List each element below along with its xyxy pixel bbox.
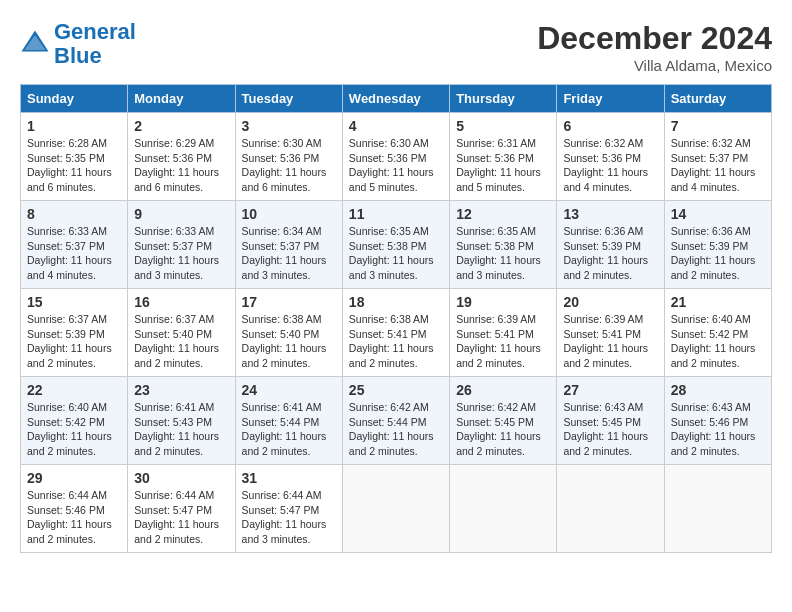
- header-day-saturday: Saturday: [664, 85, 771, 113]
- day-number: 4: [349, 118, 443, 134]
- cell-text: Sunrise: 6:33 AMSunset: 5:37 PMDaylight:…: [27, 224, 121, 283]
- cell-line: and 2 minutes.: [349, 445, 418, 457]
- cell-line: Daylight: 11 hours: [671, 430, 756, 442]
- cell-line: Sunset: 5:40 PM: [242, 328, 320, 340]
- cell-text: Sunrise: 6:36 AMSunset: 5:39 PMDaylight:…: [671, 224, 765, 283]
- calendar-cell: [664, 465, 771, 553]
- cell-line: Sunrise: 6:40 AM: [671, 313, 751, 325]
- cell-line: Daylight: 11 hours: [134, 166, 219, 178]
- calendar-cell: 12Sunrise: 6:35 AMSunset: 5:38 PMDayligh…: [450, 201, 557, 289]
- cell-line: Sunset: 5:44 PM: [242, 416, 320, 428]
- cell-line: and 2 minutes.: [27, 445, 96, 457]
- cell-line: Sunset: 5:36 PM: [456, 152, 534, 164]
- cell-line: Daylight: 11 hours: [27, 254, 112, 266]
- calendar-cell: 22Sunrise: 6:40 AMSunset: 5:42 PMDayligh…: [21, 377, 128, 465]
- cell-line: Sunrise: 6:42 AM: [456, 401, 536, 413]
- cell-line: and 2 minutes.: [349, 357, 418, 369]
- calendar-week-row: 15Sunrise: 6:37 AMSunset: 5:39 PMDayligh…: [21, 289, 772, 377]
- cell-line: Sunrise: 6:37 AM: [27, 313, 107, 325]
- cell-line: Sunset: 5:42 PM: [671, 328, 749, 340]
- cell-text: Sunrise: 6:44 AMSunset: 5:47 PMDaylight:…: [242, 488, 336, 547]
- cell-line: Sunset: 5:36 PM: [242, 152, 320, 164]
- cell-line: Daylight: 11 hours: [242, 166, 327, 178]
- calendar-cell: 9Sunrise: 6:33 AMSunset: 5:37 PMDaylight…: [128, 201, 235, 289]
- cell-line: Daylight: 11 hours: [563, 342, 648, 354]
- cell-line: Daylight: 11 hours: [671, 342, 756, 354]
- cell-line: Daylight: 11 hours: [134, 430, 219, 442]
- cell-line: Daylight: 11 hours: [134, 518, 219, 530]
- logo-line2: Blue: [54, 43, 102, 68]
- cell-line: Sunrise: 6:38 AM: [349, 313, 429, 325]
- cell-line: and 3 minutes.: [134, 269, 203, 281]
- cell-line: Sunrise: 6:30 AM: [242, 137, 322, 149]
- logo: General Blue: [20, 20, 136, 68]
- calendar-week-row: 29Sunrise: 6:44 AMSunset: 5:46 PMDayligh…: [21, 465, 772, 553]
- cell-text: Sunrise: 6:42 AMSunset: 5:45 PMDaylight:…: [456, 400, 550, 459]
- day-number: 20: [563, 294, 657, 310]
- day-number: 18: [349, 294, 443, 310]
- header-day-tuesday: Tuesday: [235, 85, 342, 113]
- calendar-cell: 13Sunrise: 6:36 AMSunset: 5:39 PMDayligh…: [557, 201, 664, 289]
- cell-line: and 4 minutes.: [671, 181, 740, 193]
- calendar-cell: 6Sunrise: 6:32 AMSunset: 5:36 PMDaylight…: [557, 113, 664, 201]
- cell-line: Daylight: 11 hours: [456, 342, 541, 354]
- logo-line1: General: [54, 19, 136, 44]
- calendar-cell: 1Sunrise: 6:28 AMSunset: 5:35 PMDaylight…: [21, 113, 128, 201]
- day-number: 17: [242, 294, 336, 310]
- cell-line: and 2 minutes.: [563, 445, 632, 457]
- cell-line: Sunset: 5:38 PM: [456, 240, 534, 252]
- calendar-cell: 5Sunrise: 6:31 AMSunset: 5:36 PMDaylight…: [450, 113, 557, 201]
- cell-line: Sunset: 5:45 PM: [563, 416, 641, 428]
- cell-line: Sunrise: 6:31 AM: [456, 137, 536, 149]
- cell-line: Sunrise: 6:44 AM: [27, 489, 107, 501]
- cell-line: Sunset: 5:39 PM: [671, 240, 749, 252]
- cell-text: Sunrise: 6:38 AMSunset: 5:40 PMDaylight:…: [242, 312, 336, 371]
- cell-line: and 2 minutes.: [134, 533, 203, 545]
- cell-text: Sunrise: 6:30 AMSunset: 5:36 PMDaylight:…: [349, 136, 443, 195]
- cell-line: and 3 minutes.: [242, 269, 311, 281]
- cell-line: and 2 minutes.: [563, 269, 632, 281]
- cell-text: Sunrise: 6:30 AMSunset: 5:36 PMDaylight:…: [242, 136, 336, 195]
- cell-line: Sunset: 5:47 PM: [242, 504, 320, 516]
- cell-line: Daylight: 11 hours: [27, 518, 112, 530]
- calendar-cell: 30Sunrise: 6:44 AMSunset: 5:47 PMDayligh…: [128, 465, 235, 553]
- cell-line: and 3 minutes.: [456, 269, 525, 281]
- day-number: 19: [456, 294, 550, 310]
- cell-line: and 6 minutes.: [27, 181, 96, 193]
- calendar-header-row: SundayMondayTuesdayWednesdayThursdayFrid…: [21, 85, 772, 113]
- cell-line: Sunrise: 6:29 AM: [134, 137, 214, 149]
- cell-line: Daylight: 11 hours: [242, 430, 327, 442]
- cell-text: Sunrise: 6:34 AMSunset: 5:37 PMDaylight:…: [242, 224, 336, 283]
- day-number: 21: [671, 294, 765, 310]
- calendar-cell: 20Sunrise: 6:39 AMSunset: 5:41 PMDayligh…: [557, 289, 664, 377]
- cell-line: and 4 minutes.: [27, 269, 96, 281]
- cell-line: and 4 minutes.: [563, 181, 632, 193]
- cell-line: and 2 minutes.: [671, 357, 740, 369]
- cell-line: Sunrise: 6:36 AM: [563, 225, 643, 237]
- cell-line: and 3 minutes.: [349, 269, 418, 281]
- cell-line: and 2 minutes.: [671, 269, 740, 281]
- cell-line: and 5 minutes.: [349, 181, 418, 193]
- calendar-cell: [450, 465, 557, 553]
- cell-text: Sunrise: 6:36 AMSunset: 5:39 PMDaylight:…: [563, 224, 657, 283]
- cell-text: Sunrise: 6:35 AMSunset: 5:38 PMDaylight:…: [349, 224, 443, 283]
- cell-text: Sunrise: 6:40 AMSunset: 5:42 PMDaylight:…: [671, 312, 765, 371]
- cell-line: and 6 minutes.: [134, 181, 203, 193]
- calendar-cell: 2Sunrise: 6:29 AMSunset: 5:36 PMDaylight…: [128, 113, 235, 201]
- cell-text: Sunrise: 6:43 AMSunset: 5:45 PMDaylight:…: [563, 400, 657, 459]
- day-number: 3: [242, 118, 336, 134]
- calendar-cell: 8Sunrise: 6:33 AMSunset: 5:37 PMDaylight…: [21, 201, 128, 289]
- calendar-cell: 17Sunrise: 6:38 AMSunset: 5:40 PMDayligh…: [235, 289, 342, 377]
- cell-line: Sunrise: 6:39 AM: [563, 313, 643, 325]
- calendar-cell: 15Sunrise: 6:37 AMSunset: 5:39 PMDayligh…: [21, 289, 128, 377]
- calendar-cell: 28Sunrise: 6:43 AMSunset: 5:46 PMDayligh…: [664, 377, 771, 465]
- calendar-cell: 7Sunrise: 6:32 AMSunset: 5:37 PMDaylight…: [664, 113, 771, 201]
- day-number: 26: [456, 382, 550, 398]
- calendar-week-row: 8Sunrise: 6:33 AMSunset: 5:37 PMDaylight…: [21, 201, 772, 289]
- cell-line: and 3 minutes.: [242, 533, 311, 545]
- cell-line: Daylight: 11 hours: [27, 166, 112, 178]
- calendar-cell: 31Sunrise: 6:44 AMSunset: 5:47 PMDayligh…: [235, 465, 342, 553]
- cell-line: Sunset: 5:39 PM: [27, 328, 105, 340]
- cell-line: Sunset: 5:38 PM: [349, 240, 427, 252]
- calendar-cell: [557, 465, 664, 553]
